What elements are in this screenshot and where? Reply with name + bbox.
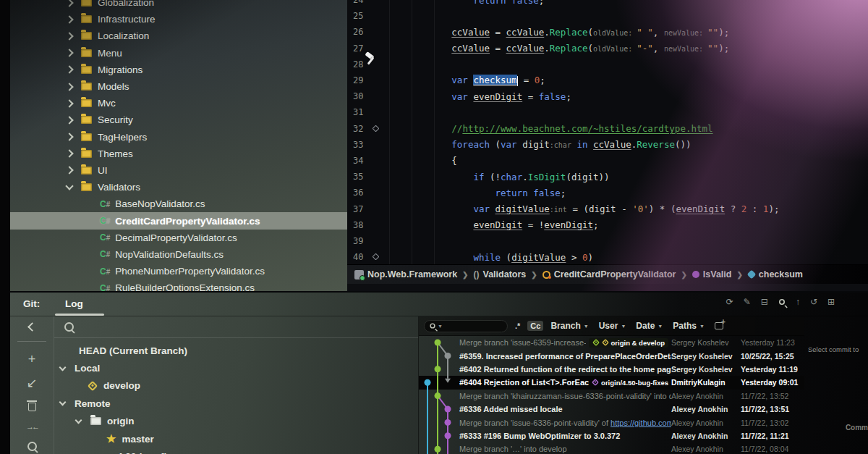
code-line-40[interactable]: 40 while (digitValue > 0) (347, 249, 868, 264)
chevron-right-icon[interactable] (65, 49, 73, 56)
scroll-up-icon[interactable]: ↑ (796, 298, 800, 306)
tree-folder-migrations[interactable]: Migrations (10, 62, 347, 78)
commit-link[interactable]: https://github.com/khairuzzaman/ (610, 419, 671, 427)
code-line-25[interactable]: 25 (347, 8, 868, 24)
commit-row[interactable]: Merge branch 'khairuzzaman-issue-6336-po… (419, 390, 804, 403)
code-line-30[interactable]: 30 var evenDigit = false; (347, 88, 868, 104)
tree-folder-infrastructure[interactable]: Infrastructure (10, 11, 347, 28)
breadcrumb-item-isvalid[interactable]: IsValid (692, 269, 732, 279)
code-line-35[interactable]: 35 if (!char.IsDigit(digit)) (347, 169, 868, 185)
chevron-down-icon[interactable] (75, 416, 82, 424)
chevron-right-icon[interactable] (65, 66, 73, 74)
tree-folder-validators[interactable]: Validators (10, 179, 347, 196)
chevron-right-icon[interactable] (65, 83, 73, 91)
tree-folder-globalization[interactable]: Globalization (10, 0, 347, 11)
chevron-right-icon[interactable] (65, 133, 73, 140)
chevron-down-icon[interactable] (59, 399, 67, 406)
expand-all-icon[interactable]: ⊞ (827, 298, 835, 306)
code-line-37[interactable]: 37 var digitValue:int = (digit - '0') * … (347, 201, 868, 217)
code-line-38[interactable]: 38 evenDigit = !evenDigit; (347, 217, 868, 233)
new-branch-icon[interactable]: + (28, 353, 36, 366)
filter-date[interactable]: Date▼ (636, 321, 663, 331)
chevron-right-icon[interactable] (65, 99, 73, 107)
branch-search-row[interactable] (54, 316, 418, 338)
chevron-down-icon[interactable] (59, 363, 67, 371)
filter-user[interactable]: User▼ (599, 321, 626, 331)
code-line-29[interactable]: 29 var checksum = 0; (347, 72, 868, 88)
tree-file-decimalpropertyvalidator-cs[interactable]: C#DecimalPropertyValidator.cs (10, 230, 347, 246)
commit-row[interactable]: #6359. Increased performance of PrepareP… (419, 349, 804, 362)
commit-row[interactable]: Merge branch '…' into developAlexey Anok… (419, 442, 804, 454)
code-line-39[interactable]: 39 (347, 233, 868, 249)
tree-folder-menu[interactable]: Menu (10, 45, 347, 62)
regex-toggle[interactable]: .* (515, 321, 520, 330)
tree-folder-ui[interactable]: UI (10, 162, 347, 179)
commit-row[interactable]: Merge branch 'issue-6336-point-validity'… (419, 416, 804, 429)
find-icon[interactable] (779, 299, 785, 305)
refresh-icon[interactable]: ⟳ (726, 298, 733, 306)
code-line-34[interactable]: 34 { (347, 153, 868, 169)
compare-icon[interactable]: →← (26, 422, 38, 431)
delete-branch-icon[interactable] (28, 403, 36, 411)
log-search-input[interactable]: ▼ (424, 320, 508, 332)
breadcrumb-item-nop.web.framework[interactable]: Nop.Web.Framework (354, 269, 457, 279)
rollback-icon[interactable]: ↺ (810, 298, 817, 306)
tree-file-phonenumberpropertyvalidator-cs[interactable]: C#PhoneNumberPropertyValidator.cs (10, 263, 347, 279)
edit-icon[interactable]: ✎ (744, 298, 751, 306)
collapse-all-icon[interactable]: ⊟ (761, 298, 768, 306)
chevron-down-icon[interactable] (65, 182, 73, 190)
code-line-32[interactable]: 32 //http://www.beachnet.com/~hstiles/ca… (347, 121, 868, 137)
tree-folder-localization[interactable]: Localization (10, 28, 347, 44)
code-text: ccValue = ccValue.Replace(oldValue: "-",… (379, 43, 729, 54)
tree-file-basenopvalidator-cs[interactable]: C#BaseNopValidator.cs (10, 196, 347, 212)
branch-item-4-30-bug-fixes[interactable]: ↑↓4.30-bug-fixes (54, 447, 418, 454)
tree-folder-taghelpers[interactable]: TagHelpers (10, 129, 347, 146)
tree-folder-themes[interactable]: Themes (10, 146, 347, 162)
branch-item-master[interactable]: ★master (54, 430, 418, 447)
filter-paths[interactable]: Paths▼ (673, 321, 705, 331)
code-editor[interactable]: 24 return false;2526 ccValue = ccValue.R… (347, 0, 868, 291)
code-area[interactable]: 24 return false;2526 ccValue = ccValue.R… (347, 0, 868, 264)
code-line-33[interactable]: 33 foreach (var digit:char in ccValue.Re… (347, 137, 868, 153)
chevron-right-icon[interactable] (65, 116, 73, 124)
breadcrumb-item-checksum[interactable]: checksum (748, 269, 803, 279)
code-line-27[interactable]: 27 ccValue = ccValue.Replace(oldValue: "… (347, 41, 868, 56)
branch-item-local[interactable]: Local (54, 359, 418, 377)
tree-file-nopvalidationdefaults-cs[interactable]: C#NopValidationDefaults.cs (10, 246, 347, 263)
branch-item-remote[interactable]: Remote (54, 395, 418, 412)
search-everywhere-icon[interactable] (27, 442, 37, 451)
chevron-right-icon[interactable] (65, 15, 73, 23)
checkout-icon[interactable]: ↙ (26, 377, 37, 390)
code-line-26[interactable]: 26 ccValue = ccValue.Replace(oldValue: "… (347, 24, 868, 40)
chevron-right-icon[interactable] (65, 32, 73, 40)
code-line-24[interactable]: 24 return false; (347, 0, 868, 8)
commit-row[interactable]: Merge branch 'issue-6359-increase-perfor… (419, 336, 804, 349)
code-line-31[interactable]: 31 (347, 104, 868, 120)
code-line-36[interactable]: 36 return false; (347, 185, 868, 201)
tree-folder-mvc[interactable]: Mvc (10, 95, 347, 112)
tree-folder-models[interactable]: Models (10, 78, 347, 95)
branch-item-origin[interactable]: origin (54, 413, 418, 430)
match-case-toggle[interactable]: Cc (527, 321, 543, 331)
chevron-right-icon[interactable] (65, 150, 73, 158)
commit-row[interactable]: #6404 Rejection of List<T>.ForEach due t… (419, 376, 804, 389)
go-to-hash-icon[interactable] (715, 322, 723, 329)
tree-folder-security[interactable]: Security (10, 112, 347, 128)
commit-row[interactable]: #6336 Added missed localeAlexey Anokhin1… (419, 403, 804, 416)
branch-item-head-current-branch-[interactable]: HEAD (Current Branch) (54, 342, 418, 359)
breadcrumb-item-validators[interactable]: ()Validators (474, 269, 527, 279)
detail-placeholder-text: Select commit to (808, 345, 859, 353)
breadcrumb-item-creditcardpropertyvalidator[interactable]: CreditCardPropertyValidator (542, 269, 676, 279)
code-line-28[interactable]: 28 (347, 56, 868, 72)
chevron-right-icon[interactable] (65, 0, 73, 7)
branch-item-develop[interactable]: develop (54, 377, 418, 395)
filter-label: Branch (550, 321, 580, 331)
tree-file-creditcardpropertyvalidator-cs[interactable]: C#CreditCardPropertyValidator.cs (10, 212, 347, 229)
chevron-right-icon[interactable] (65, 167, 73, 175)
commit-row[interactable]: #6333 #196 Bump WebOptimizer to 3.0.372A… (419, 429, 804, 442)
filter-branch[interactable]: Branch▼ (550, 321, 588, 331)
tab-log[interactable]: Log (65, 298, 83, 309)
hide-panel-icon[interactable] (27, 322, 37, 332)
commit-row[interactable]: #6402 Returned function of the redirect … (419, 363, 804, 376)
tree-file-rulebuilderoptionsextension-cs[interactable]: C#RuleBuilderOptionsExtension.cs (10, 279, 347, 291)
